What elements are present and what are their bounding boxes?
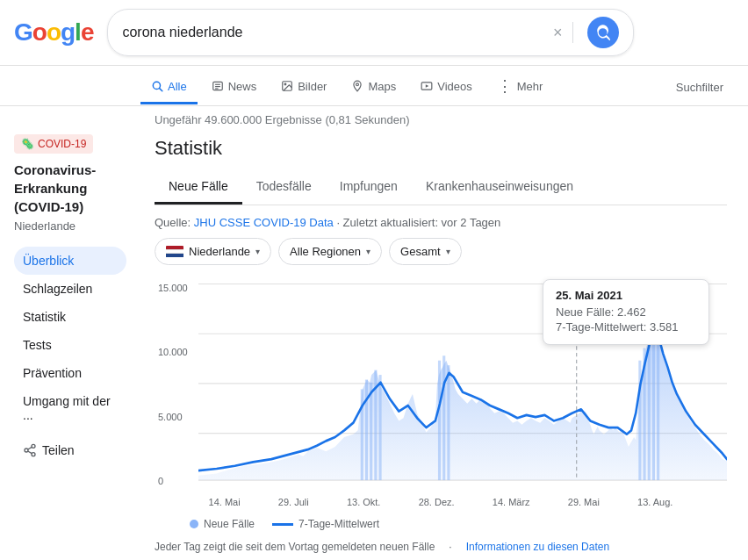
- tab-alle[interactable]: Alle: [140, 71, 198, 104]
- chart-tab-neue-faelle[interactable]: Neue Fälle: [155, 170, 242, 205]
- legend-neue-faelle: Neue Fälle: [190, 518, 255, 530]
- y-label-10000: 10.000: [158, 347, 198, 357]
- sidebar-title: Coronavirus-Erkrankung (COVID-19): [14, 161, 126, 216]
- x-label-4: 14. März: [493, 497, 530, 507]
- chevron-down-icon: ▾: [255, 247, 260, 256]
- chart-tab-krankenhauseinweisungen[interactable]: Krankenhauseinweisungen: [412, 170, 587, 205]
- tab-mehr[interactable]: ⋮ Mehr: [486, 69, 554, 105]
- svg-marker-10: [426, 84, 429, 88]
- tab-news-label: News: [228, 80, 257, 93]
- svg-rect-31: [648, 336, 651, 480]
- chevron-down-icon-2: ▾: [366, 247, 370, 256]
- x-label-0: 14. Mai: [209, 497, 241, 507]
- tab-bilder[interactable]: Bilder: [270, 71, 337, 104]
- tab-bilder-label: Bilder: [298, 80, 327, 93]
- suchfilter-button[interactable]: Suchfilter: [665, 72, 734, 103]
- search-button[interactable]: [587, 17, 619, 48]
- x-label-2: 13. Okt.: [347, 497, 381, 507]
- svg-point-8: [356, 83, 359, 86]
- svg-rect-26: [438, 361, 441, 480]
- svg-rect-28: [447, 365, 450, 480]
- tab-videos-label: Videos: [437, 80, 472, 93]
- y-label-0: 0: [158, 476, 198, 486]
- share-button[interactable]: Teilen: [14, 436, 126, 464]
- clear-icon[interactable]: ×: [553, 24, 563, 42]
- source-label: Quelle:: [155, 216, 191, 229]
- chart-note: Jeder Tag zeigt die seit dem Vortag geme…: [155, 541, 727, 553]
- filter-region[interactable]: Niederlande ▾: [155, 238, 271, 265]
- svg-rect-22: [365, 380, 368, 481]
- sidebar: 🦠 COVID-19 Coronavirus-Erkrankung (COVID…: [0, 106, 140, 560]
- filter-gesamt[interactable]: Gesamt ▾: [389, 238, 462, 265]
- tab-alle-label: Alle: [168, 80, 187, 93]
- chevron-down-icon-3: ▾: [446, 247, 450, 256]
- svg-point-12: [25, 449, 28, 452]
- covid-badge-label: COVID-19: [38, 138, 86, 150]
- legend-dot-neue-faelle: [190, 520, 198, 528]
- chart-legend: Neue Fälle 7-Tage-Mittelwert: [155, 514, 727, 534]
- y-label-5000: 5.000: [158, 412, 198, 422]
- source-update: · Zuletzt aktualisiert: vor 2 Tagen: [336, 216, 500, 229]
- filters: Niederlande ▾ Alle Regionen ▾ Gesamt ▾: [155, 238, 727, 265]
- content: Ungefähr 49.600.000 Ergebnisse (0,81 Sek…: [140, 106, 748, 560]
- sidebar-item-tests[interactable]: Tests: [14, 331, 126, 359]
- footnote-text: Jeder Tag zeigt die seit dem Vortag geme…: [155, 541, 435, 553]
- tab-maps[interactable]: Maps: [341, 71, 406, 104]
- share-label: Teilen: [42, 443, 75, 457]
- legend-line-mittelwert: [272, 523, 293, 526]
- x-label-6: 13. Aug.: [637, 497, 672, 507]
- y-label-15000: 15.000: [158, 283, 198, 293]
- svg-point-13: [32, 453, 35, 456]
- chart-tabs: Neue Fälle Todesfälle Impfungen Krankenh…: [155, 170, 727, 205]
- legend-mittelwert-label: 7-Tage-Mittelwert: [298, 518, 379, 530]
- sidebar-item-schlagzeilen[interactable]: Schlagzeilen: [14, 275, 126, 303]
- covid-badge: 🦠 COVID-19: [14, 134, 93, 154]
- source-link[interactable]: JHU CSSE COVID-19 Data: [194, 216, 334, 229]
- tab-news[interactable]: News: [201, 71, 268, 104]
- svg-point-7: [284, 83, 286, 85]
- chart-svg: [198, 279, 727, 490]
- svg-rect-27: [442, 355, 445, 480]
- svg-line-15: [28, 447, 32, 449]
- svg-line-14: [28, 451, 32, 454]
- filter-region-label: Niederlande: [189, 245, 250, 258]
- svg-rect-33: [657, 332, 659, 480]
- chart-tab-todesfaelle[interactable]: Todesfälle: [242, 170, 326, 205]
- sidebar-item-umgang[interactable]: Umgang mit der ...: [14, 387, 126, 429]
- tab-maps-label: Maps: [368, 80, 396, 93]
- sidebar-country: Niederlande: [14, 219, 126, 233]
- svg-rect-23: [370, 383, 372, 480]
- results-count: Ungefähr 49.600.000 Ergebnisse (0,81 Sek…: [155, 113, 727, 126]
- x-label-5: 29. Mai: [568, 497, 600, 507]
- source-line: Quelle: JHU CSSE COVID-19 Data · Zuletzt…: [155, 216, 727, 229]
- legend-neue-faelle-label: Neue Fälle: [204, 518, 255, 530]
- legend-mittelwert: 7-Tage-Mittelwert: [272, 518, 379, 530]
- search-input[interactable]: [122, 25, 545, 40]
- covid-icon: 🦠: [21, 138, 34, 150]
- netherlands-flag: [166, 246, 183, 258]
- svg-rect-25: [379, 375, 382, 480]
- x-label-3: 28. Dez.: [419, 497, 455, 507]
- footnote-link[interactable]: Informationen zu diesen Daten: [466, 541, 609, 553]
- google-logo[interactable]: Google: [14, 18, 93, 47]
- sidebar-item-statistik[interactable]: Statistik: [14, 303, 126, 331]
- filter-alle-regionen-label: Alle Regionen: [290, 245, 361, 258]
- filter-alle-regionen[interactable]: Alle Regionen ▾: [278, 238, 382, 265]
- filter-gesamt-label: Gesamt: [400, 245, 441, 258]
- main-layout: 🦠 COVID-19 Coronavirus-Erkrankung (COVID…: [0, 106, 748, 560]
- svg-rect-32: [652, 329, 655, 480]
- statistik-title: Statistik: [155, 137, 727, 160]
- sidebar-item-ueberblick[interactable]: Überblick: [14, 247, 126, 275]
- chart-tab-impfungen[interactable]: Impfungen: [326, 170, 412, 205]
- svg-line-1: [160, 89, 162, 91]
- sidebar-item-praevention[interactable]: Prävention: [14, 359, 126, 387]
- svg-point-11: [32, 444, 35, 448]
- tab-videos[interactable]: Videos: [410, 71, 483, 104]
- x-label-1: 29. Juli: [278, 497, 309, 507]
- header: Google ×: [0, 0, 748, 66]
- search-bar: ×: [107, 9, 634, 56]
- tab-mehr-label: Mehr: [517, 80, 543, 93]
- footnote-separator: ·: [449, 541, 451, 553]
- chart-y-labels: 15.000 10.000 5.000 0: [158, 279, 198, 490]
- sidebar-nav: Überblick Schlagzeilen Statistik Tests P…: [14, 247, 126, 429]
